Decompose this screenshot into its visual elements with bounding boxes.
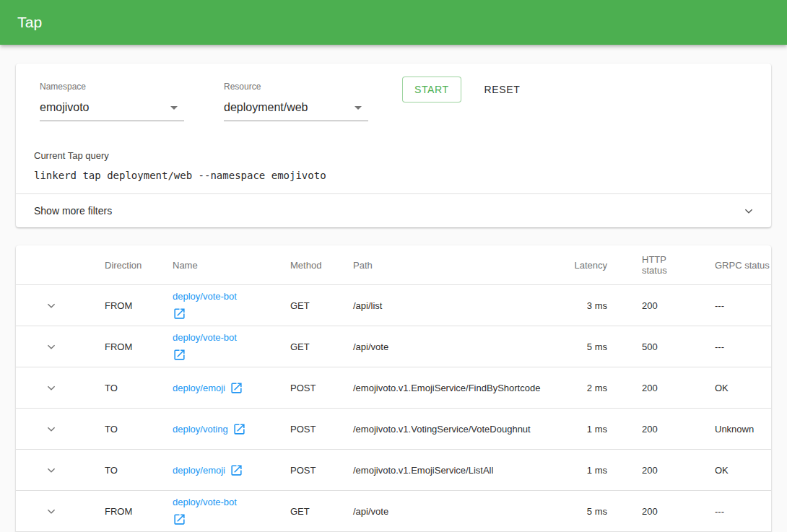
table-row: FROMdeploy/vote-botGET/api/vote5 ms200--… bbox=[16, 491, 771, 532]
method-cell: GET bbox=[290, 300, 353, 311]
path-cell: /emojivoto.v1.EmojiService/FindByShortco… bbox=[353, 383, 549, 393]
open-in-new-icon[interactable] bbox=[173, 348, 186, 362]
chevron-down-icon bbox=[43, 421, 59, 437]
http-status-cell: 500 bbox=[642, 341, 685, 352]
open-in-new-icon[interactable] bbox=[232, 422, 246, 436]
reset-button[interactable]: RESET bbox=[473, 77, 532, 103]
chevron-down-icon bbox=[43, 339, 59, 354]
show-more-filters[interactable]: Show more filters bbox=[16, 194, 771, 227]
open-in-new-icon[interactable] bbox=[230, 463, 243, 477]
direction-cell: TO bbox=[87, 424, 173, 435]
show-more-filters-label: Show more filters bbox=[34, 205, 112, 217]
method-cell: POST bbox=[290, 424, 353, 435]
open-in-new-icon[interactable] bbox=[173, 513, 186, 526]
expand-row-button[interactable] bbox=[41, 336, 61, 357]
direction-cell: FROM bbox=[87, 300, 173, 311]
table-row: TOdeploy/emojiPOST/emojivoto.v1.EmojiSer… bbox=[16, 450, 771, 491]
http-status-cell: 200 bbox=[642, 424, 685, 435]
col-header-http-status: HTTP status bbox=[642, 254, 685, 276]
col-header-latency: Latency bbox=[549, 260, 607, 271]
http-status-cell: 200 bbox=[642, 300, 685, 311]
table-row: FROMdeploy/vote-botGET/api/vote5 ms500--… bbox=[16, 326, 771, 367]
namespace-value: emojivoto bbox=[40, 101, 89, 114]
name-cell: deploy/emoji bbox=[173, 463, 290, 477]
resource-link[interactable]: deploy/emoji bbox=[173, 463, 243, 477]
name-cell: deploy/vote-bot bbox=[173, 496, 290, 526]
path-cell: /emojivoto.v1.VotingService/VoteDoughnut bbox=[353, 424, 549, 435]
path-cell: /api/vote bbox=[353, 506, 549, 517]
latency-cell: 1 ms bbox=[549, 465, 607, 476]
direction-cell: FROM bbox=[87, 341, 173, 352]
method-cell: POST bbox=[290, 465, 353, 476]
expand-row-button[interactable] bbox=[41, 295, 61, 315]
resource-link[interactable]: deploy/vote-bot bbox=[173, 496, 237, 526]
app-bar: Tap bbox=[0, 0, 787, 45]
resource-link[interactable]: deploy/voting bbox=[173, 422, 246, 436]
table-body: FROMdeploy/vote-botGET/api/list3 ms200--… bbox=[16, 285, 771, 532]
table-row: TOdeploy/votingPOST/emojivoto.v1.VotingS… bbox=[16, 409, 771, 450]
chevron-down-icon bbox=[43, 380, 59, 396]
path-cell: /api/vote bbox=[353, 341, 549, 352]
expand-row-button[interactable] bbox=[41, 460, 61, 480]
table-row: FROMdeploy/vote-botGET/api/list3 ms200--… bbox=[16, 285, 771, 326]
grpc-status-cell: --- bbox=[715, 300, 771, 311]
latency-cell: 2 ms bbox=[549, 383, 607, 393]
http-status-cell: 200 bbox=[642, 383, 685, 393]
method-cell: GET bbox=[290, 506, 353, 517]
method-cell: GET bbox=[290, 341, 353, 352]
name-cell: deploy/emoji bbox=[173, 381, 290, 395]
name-cell: deploy/voting bbox=[173, 422, 290, 436]
col-header-path: Path bbox=[353, 260, 549, 271]
latency-cell: 5 ms bbox=[549, 341, 607, 352]
name-cell: deploy/vote-bot bbox=[173, 290, 290, 320]
start-button[interactable]: START bbox=[402, 77, 461, 103]
col-header-grpc-status: GRPC status bbox=[715, 260, 771, 271]
latency-cell: 3 ms bbox=[549, 300, 607, 311]
grpc-status-cell: --- bbox=[715, 506, 771, 517]
resource-link[interactable]: deploy/emoji bbox=[173, 381, 243, 395]
table-row: TOdeploy/emojiPOST/emojivoto.v1.EmojiSer… bbox=[16, 367, 771, 409]
arrow-drop-down-icon bbox=[349, 99, 367, 116]
chevron-down-icon bbox=[43, 462, 59, 478]
expand-row-button[interactable] bbox=[41, 378, 61, 398]
resource-link[interactable]: deploy/vote-bot bbox=[173, 290, 237, 320]
query-command: linkerd tap deployment/web --namespace e… bbox=[34, 170, 754, 181]
tap-query-card: Namespace emojivoto Resource deployment/… bbox=[16, 64, 771, 227]
http-status-cell: 200 bbox=[642, 465, 685, 476]
direction-cell: TO bbox=[87, 383, 173, 393]
resource-select[interactable]: Resource deployment/web bbox=[224, 82, 368, 121]
open-in-new-icon[interactable] bbox=[230, 381, 243, 395]
expand-row-button[interactable] bbox=[41, 419, 61, 439]
resource-label: Resource bbox=[224, 82, 368, 92]
grpc-status-cell: OK bbox=[715, 383, 771, 393]
path-cell: /api/list bbox=[353, 300, 549, 311]
col-header-name: Name bbox=[173, 260, 290, 271]
grpc-status-cell: Unknown bbox=[715, 424, 771, 435]
path-cell: /emojivoto.v1.EmojiService/ListAll bbox=[353, 465, 549, 476]
col-header-direction: Direction bbox=[87, 260, 173, 271]
latency-cell: 1 ms bbox=[549, 424, 607, 435]
current-tap-query: Current Tap query linkerd tap deployment… bbox=[34, 150, 754, 181]
tap-query-form: Namespace emojivoto Resource deployment/… bbox=[16, 64, 771, 121]
namespace-label: Namespace bbox=[40, 82, 184, 92]
chevron-down-icon bbox=[741, 203, 757, 219]
chevron-down-icon bbox=[43, 297, 59, 313]
grpc-status-cell: --- bbox=[715, 341, 771, 352]
table-header-row: DirectionNameMethodPathLatencyHTTP statu… bbox=[16, 245, 771, 285]
name-cell: deploy/vote-bot bbox=[173, 331, 290, 362]
arrow-drop-down-icon bbox=[165, 99, 183, 116]
open-in-new-icon[interactable] bbox=[173, 307, 186, 320]
expand-row-button[interactable] bbox=[41, 501, 61, 521]
grpc-status-cell: OK bbox=[715, 465, 771, 476]
resource-link[interactable]: deploy/vote-bot bbox=[173, 331, 237, 362]
page-title: Tap bbox=[17, 14, 42, 31]
direction-cell: FROM bbox=[87, 506, 173, 517]
namespace-select[interactable]: Namespace emojivoto bbox=[40, 82, 184, 121]
query-label: Current Tap query bbox=[34, 150, 754, 161]
chevron-down-icon bbox=[43, 503, 59, 519]
col-header-method: Method bbox=[290, 260, 353, 271]
resource-value: deployment/web bbox=[224, 101, 308, 114]
latency-cell: 5 ms bbox=[549, 506, 607, 517]
http-status-cell: 200 bbox=[642, 506, 685, 517]
direction-cell: TO bbox=[87, 465, 173, 476]
